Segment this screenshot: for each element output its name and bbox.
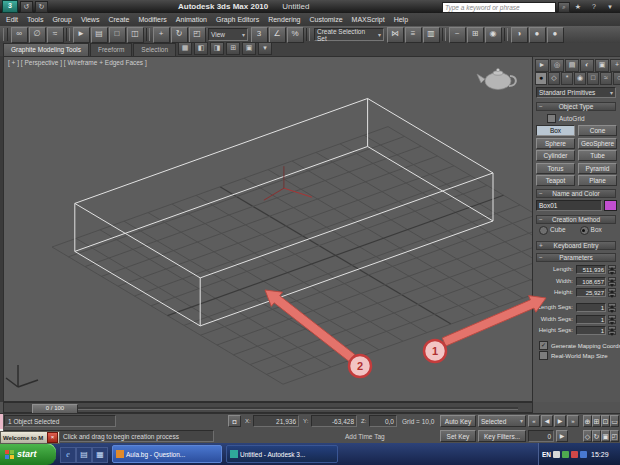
auto-key-button[interactable]: Auto Key: [440, 415, 476, 427]
tray-icon[interactable]: [571, 451, 578, 458]
lights-category-icon[interactable]: *: [561, 72, 573, 85]
object-button-teapot[interactable]: Teapot: [536, 175, 575, 186]
render-production-icon[interactable]: ●: [547, 27, 564, 43]
field-of-view-icon[interactable]: ◰: [610, 430, 619, 442]
object-button-cylinder[interactable]: Cylinder: [536, 150, 575, 161]
object-button-cone[interactable]: Cone: [578, 125, 617, 136]
schematic-view-icon[interactable]: ⊞: [467, 27, 484, 43]
hierarchy-panel-icon[interactable]: ▤: [565, 59, 579, 72]
maximize-viewport-icon[interactable]: ▣: [601, 430, 610, 442]
height-field[interactable]: 25,927: [576, 288, 606, 297]
pan-view-icon[interactable]: ◇: [583, 430, 592, 442]
set-key-button[interactable]: Set Key: [440, 430, 476, 442]
select-and-link-icon[interactable]: ∞: [11, 27, 28, 43]
play-animation-icon[interactable]: ▶: [554, 415, 566, 427]
menu-edit[interactable]: Edit: [6, 16, 18, 23]
maxscript-mini-listener[interactable]: [0, 414, 3, 429]
rollout-name-and-color[interactable]: −Name and Color: [536, 189, 616, 198]
object-button-pyramid[interactable]: Pyramid: [578, 163, 617, 174]
zoom-region-icon[interactable]: ▭: [610, 415, 619, 427]
favorites-star-icon[interactable]: ★: [572, 2, 584, 11]
zoom-icon[interactable]: ⊕: [583, 415, 592, 427]
rendered-frame-icon[interactable]: ●: [529, 27, 546, 43]
viewport-teapot-gizmo[interactable]: [477, 68, 516, 89]
snap-toggle-3d-icon[interactable]: 3: [251, 27, 268, 43]
y-coordinate-field[interactable]: -63,428: [311, 415, 357, 427]
create-panel-icon[interactable]: ►: [535, 59, 549, 72]
welcome-window[interactable]: Welcome to M ×: [0, 431, 60, 444]
zoom-all-icon[interactable]: ⊞: [592, 415, 601, 427]
x-coordinate-field[interactable]: 21,936: [253, 415, 299, 427]
width-spinner[interactable]: [608, 277, 616, 286]
menu-rendering[interactable]: Rendering: [268, 16, 300, 23]
percent-snap-icon[interactable]: %: [287, 27, 304, 43]
reference-coordinate-dropdown[interactable]: View▾: [208, 28, 248, 41]
object-button-geosphere[interactable]: GeoSphere: [578, 138, 617, 149]
select-and-scale-icon[interactable]: ◰: [189, 27, 206, 43]
key-filters-button[interactable]: Key Filters...: [478, 430, 526, 442]
geometry-category-icon[interactable]: ●: [535, 72, 547, 85]
menu-graph-editors[interactable]: Graph Editors: [216, 16, 259, 23]
menu-animation[interactable]: Animation: [176, 16, 207, 23]
object-button-plane[interactable]: Plane: [578, 175, 617, 186]
previous-frame-icon[interactable]: ◀: [541, 415, 553, 427]
next-frame-icon[interactable]: ▶: [556, 430, 568, 442]
unlink-selection-icon[interactable]: ∅: [29, 27, 46, 43]
cameras-category-icon[interactable]: ◉: [574, 72, 586, 85]
tab-graphite-modeling-tools[interactable]: Graphite Modeling Tools: [3, 43, 89, 56]
undo-icon[interactable]: ↺: [20, 1, 33, 13]
ribbon-tool-icon[interactable]: ◨: [210, 42, 224, 55]
tray-icon[interactable]: [553, 451, 560, 458]
angle-snap-icon[interactable]: ∠: [269, 27, 286, 43]
layer-manager-icon[interactable]: ▥: [423, 27, 440, 43]
menu-tools[interactable]: Tools: [27, 16, 43, 23]
taskbar-window-aula[interactable]: Aula.bg - Question...: [112, 445, 222, 463]
rollout-object-type[interactable]: −Object Type: [536, 102, 616, 111]
menu-group[interactable]: Group: [52, 16, 71, 23]
generate-mapping-coords-checkbox[interactable]: ✓: [539, 341, 548, 350]
bind-to-spacewarp-icon[interactable]: ≈: [47, 27, 64, 43]
tab-selection[interactable]: Selection: [133, 43, 176, 56]
object-button-sphere[interactable]: Sphere: [536, 138, 575, 149]
tab-freeform[interactable]: Freeform: [90, 43, 132, 56]
autogrid-checkbox[interactable]: [547, 114, 556, 123]
modify-panel-icon[interactable]: ◎: [550, 59, 564, 72]
zoom-extents-icon[interactable]: ⊡: [601, 415, 610, 427]
shapes-category-icon[interactable]: ◇: [548, 72, 560, 85]
object-color-swatch[interactable]: [604, 200, 617, 211]
select-object-icon[interactable]: ►: [73, 27, 90, 43]
folder-quicklaunch-icon[interactable]: ▤: [76, 447, 92, 463]
height-segs-field[interactable]: 1: [576, 326, 606, 335]
go-to-end-icon[interactable]: »: [567, 415, 579, 427]
menu-customize[interactable]: Customize: [309, 16, 342, 23]
menu-views[interactable]: Views: [81, 16, 100, 23]
select-and-rotate-icon[interactable]: ↻: [171, 27, 188, 43]
toolbar-grip[interactable]: [3, 28, 8, 41]
ribbon-tool-icon[interactable]: ▣: [242, 42, 256, 55]
close-icon[interactable]: ×: [47, 432, 58, 443]
length-segs-spinner[interactable]: [608, 303, 616, 312]
height-spinner[interactable]: [608, 288, 616, 297]
ribbon-tool-icon[interactable]: ▦: [178, 42, 192, 55]
radio-box[interactable]: Box: [580, 226, 602, 235]
rectangular-region-icon[interactable]: □: [109, 27, 126, 43]
start-button[interactable]: start: [0, 443, 56, 465]
helpers-category-icon[interactable]: □: [587, 72, 599, 85]
width-segs-field[interactable]: 1: [576, 315, 606, 324]
menu-create[interactable]: Create: [108, 16, 129, 23]
menu-maxscript[interactable]: MAXScript: [352, 16, 385, 23]
length-field[interactable]: 511,936: [576, 265, 606, 274]
width-segs-spinner[interactable]: [608, 315, 616, 324]
redo-icon[interactable]: ↻: [35, 1, 48, 13]
add-time-tag[interactable]: Add Time Tag: [345, 433, 385, 440]
language-indicator[interactable]: EN: [542, 451, 551, 458]
tray-icon[interactable]: [562, 451, 569, 458]
named-selection-set-dropdown[interactable]: Create Selection Set▾: [314, 28, 384, 41]
ribbon-minimize-icon[interactable]: ▾: [258, 42, 272, 55]
object-button-box[interactable]: Box: [536, 125, 575, 136]
align-icon[interactable]: ≡: [405, 27, 422, 43]
menu-help[interactable]: Help: [394, 16, 408, 23]
systems-category-icon[interactable]: ○: [613, 72, 620, 85]
motion-panel-icon[interactable]: ◐: [580, 59, 594, 72]
height-segs-spinner[interactable]: [608, 326, 616, 335]
